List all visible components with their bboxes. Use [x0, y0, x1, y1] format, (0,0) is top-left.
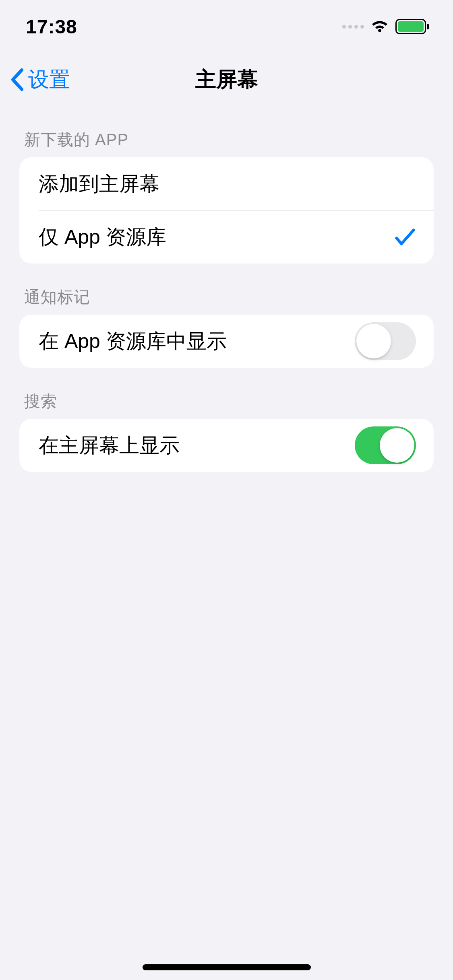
- section-header-search: 搜索: [19, 368, 434, 419]
- status-bar: 17:38: [0, 0, 453, 53]
- section-header-new-apps: 新下载的 APP: [19, 106, 434, 157]
- checkmark-icon: [394, 227, 416, 247]
- back-button[interactable]: 设置: [10, 66, 70, 94]
- row-show-on-home: 在主屏幕上显示: [19, 419, 434, 472]
- back-label: 设置: [28, 66, 70, 94]
- option-label: 仅 App 资源库: [39, 224, 166, 251]
- status-time: 17:38: [26, 16, 77, 38]
- section-notification-badges: 在 App 资源库中显示: [19, 315, 434, 368]
- section-header-notification-badges: 通知标记: [19, 264, 434, 315]
- row-label: 在 App 资源库中显示: [39, 328, 227, 355]
- wifi-icon: [370, 19, 390, 34]
- toggle-show-in-app-library[interactable]: [355, 322, 416, 360]
- chevron-left-icon: [10, 68, 25, 92]
- toggle-show-on-home[interactable]: [355, 426, 416, 464]
- option-label: 添加到主屏幕: [39, 171, 159, 198]
- row-show-in-app-library: 在 App 资源库中显示: [19, 315, 434, 368]
- option-add-to-home[interactable]: 添加到主屏幕: [19, 157, 434, 210]
- battery-icon: [395, 19, 429, 34]
- section-new-apps: 添加到主屏幕 仅 App 资源库: [19, 157, 434, 264]
- section-search: 在主屏幕上显示: [19, 419, 434, 472]
- option-app-library-only[interactable]: 仅 App 资源库: [19, 210, 434, 264]
- row-label: 在主屏幕上显示: [39, 432, 180, 459]
- status-indicators: [342, 19, 429, 34]
- navigation-bar: 设置 主屏幕: [0, 53, 453, 106]
- cellular-dots-icon: [342, 25, 364, 29]
- home-indicator[interactable]: [143, 964, 311, 970]
